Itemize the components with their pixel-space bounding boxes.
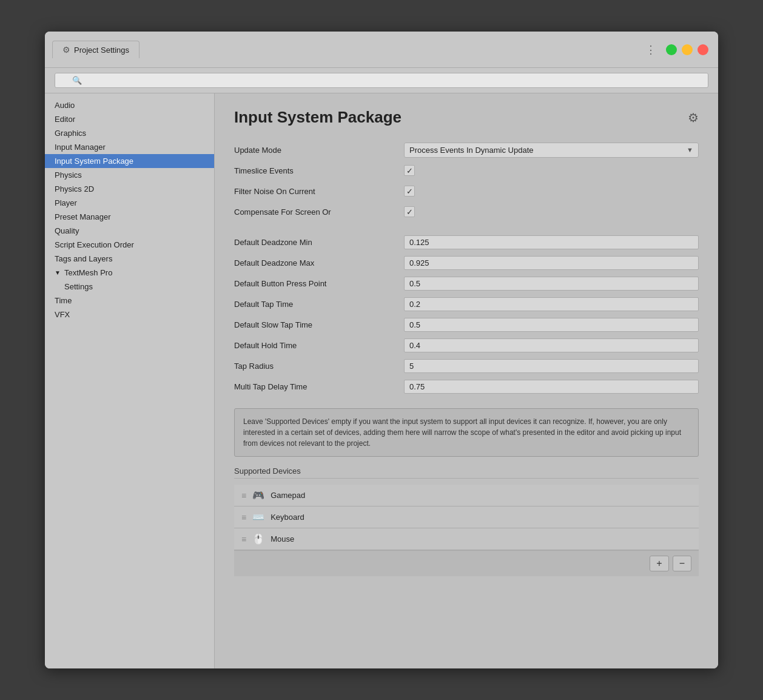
compensate-checkbox[interactable]: ✓ — [404, 206, 415, 217]
info-text: Leave 'Supported Devices' empty if you w… — [243, 417, 681, 448]
minimize-button[interactable] — [682, 44, 693, 55]
sidebar-item-editor[interactable]: Editor — [45, 112, 214, 126]
filter-noise-label: Filter Noise On Current — [234, 187, 404, 196]
update-mode-value: Process Events In Dynamic Update — [409, 146, 533, 155]
close-button[interactable] — [697, 44, 708, 55]
window-controls: ⋮ — [645, 43, 708, 56]
supported-devices-label: Supported Devices — [234, 466, 699, 479]
update-mode-select[interactable]: Process Events In Dynamic Update ▼ — [404, 143, 699, 158]
sidebar-item-label: Preset Manager — [55, 212, 111, 221]
deadzone-max-input[interactable] — [404, 256, 699, 270]
device-list: ≡ 🎮 Gamepad ≡ ⌨️ Keyboard ≡ 🖱️ Mouse — [234, 485, 699, 550]
project-settings-window: ⚙ Project Settings ⋮ 🔍 Audio Editor — [45, 32, 718, 668]
sidebar-item-label: Quality — [55, 226, 79, 235]
device-actions: + − — [234, 550, 699, 576]
title-tab[interactable]: ⚙ Project Settings — [52, 41, 139, 58]
keyboard-icon: ⌨️ — [252, 511, 264, 523]
deadzone-min-field — [404, 235, 699, 249]
hold-time-label: Default Hold Time — [234, 341, 404, 350]
deadzone-max-row: Default Deadzone Max — [234, 254, 699, 271]
sidebar-item-label: VFX — [55, 310, 70, 319]
tap-time-input[interactable] — [404, 297, 699, 311]
search-bar: 🔍 — [45, 68, 718, 93]
sidebar-item-input-manager[interactable]: Input Manager — [45, 140, 214, 154]
sidebar-item-preset-manager[interactable]: Preset Manager — [45, 210, 214, 224]
slow-tap-label: Default Slow Tap Time — [234, 320, 404, 329]
add-device-button[interactable]: + — [650, 556, 668, 571]
sidebar-item-label: Settings — [64, 282, 93, 291]
search-wrapper: 🔍 — [55, 73, 708, 88]
filter-noise-row: Filter Noise On Current ✓ — [234, 183, 699, 200]
deadzone-max-field — [404, 256, 699, 270]
deadzone-min-input[interactable] — [404, 235, 699, 249]
sidebar-item-label: Script Execution Order — [55, 240, 134, 249]
sidebar-item-input-system-package[interactable]: Input System Package — [45, 154, 214, 168]
sidebar-item-audio[interactable]: Audio — [45, 98, 214, 112]
slow-tap-input[interactable] — [404, 318, 699, 332]
sidebar-item-label: TextMesh Pro — [64, 268, 112, 277]
hold-time-row: Default Hold Time — [234, 337, 699, 354]
sidebar-item-label: Player — [55, 198, 77, 207]
tap-radius-label: Tap Radius — [234, 362, 404, 371]
sidebar-item-label: Time — [55, 296, 72, 305]
sidebar-item-physics2d[interactable]: Physics 2D — [45, 182, 214, 196]
deadzone-min-row: Default Deadzone Min — [234, 234, 699, 251]
maximize-button[interactable] — [666, 44, 677, 55]
tap-radius-input[interactable] — [404, 359, 699, 373]
slow-tap-field — [404, 318, 699, 332]
dots-menu[interactable]: ⋮ — [645, 43, 656, 56]
sidebar-item-label: Input System Package — [55, 156, 133, 166]
drag-handle-icon[interactable]: ≡ — [241, 513, 246, 522]
button-press-input[interactable] — [404, 277, 699, 291]
drag-handle-icon[interactable]: ≡ — [241, 491, 246, 500]
device-name: Gamepad — [271, 491, 305, 500]
sidebar-item-quality[interactable]: Quality — [45, 224, 214, 238]
sidebar-item-graphics[interactable]: Graphics — [45, 126, 214, 140]
list-item: ≡ 🖱️ Mouse — [234, 528, 699, 550]
multi-tap-row: Multi Tap Delay Time — [234, 378, 699, 395]
tap-radius-row: Tap Radius — [234, 357, 699, 374]
info-box: Leave 'Supported Devices' empty if you w… — [234, 408, 699, 457]
search-input[interactable] — [55, 73, 708, 88]
sidebar-item-label: Tags and Layers — [55, 254, 112, 263]
sidebar-item-label: Graphics — [55, 129, 86, 138]
button-press-label: Default Button Press Point — [234, 279, 404, 288]
sidebar-item-tags-layers[interactable]: Tags and Layers — [45, 252, 214, 266]
timeslice-checkbox[interactable]: ✓ — [404, 165, 415, 176]
slow-tap-row: Default Slow Tap Time — [234, 316, 699, 333]
sidebar-item-label: Editor — [55, 115, 75, 124]
expand-arrow-icon: ▼ — [55, 269, 61, 276]
filter-noise-checkbox[interactable]: ✓ — [404, 186, 415, 197]
drag-handle-icon[interactable]: ≡ — [241, 534, 246, 544]
button-press-field — [404, 277, 699, 291]
sidebar-item-textmesh[interactable]: ▼ TextMesh Pro — [45, 266, 214, 280]
hold-time-input[interactable] — [404, 338, 699, 352]
timeslice-row: Timeslice Events ✓ — [234, 162, 699, 179]
update-mode-dropdown[interactable]: Process Events In Dynamic Update ▼ — [404, 143, 699, 158]
remove-device-button[interactable]: − — [673, 556, 691, 571]
tap-radius-field — [404, 359, 699, 373]
sidebar: Audio Editor Graphics Input Manager Inpu… — [45, 93, 215, 668]
hold-time-field — [404, 338, 699, 352]
deadzone-max-label: Default Deadzone Max — [234, 258, 404, 268]
multi-tap-input[interactable] — [404, 380, 699, 394]
list-item: ≡ 🎮 Gamepad — [234, 485, 699, 506]
sidebar-item-label: Physics 2D — [55, 184, 94, 194]
sidebar-item-script-execution[interactable]: Script Execution Order — [45, 238, 214, 252]
sidebar-item-time[interactable]: Time — [45, 294, 214, 308]
button-press-row: Default Button Press Point — [234, 275, 699, 292]
multi-tap-label: Multi Tap Delay Time — [234, 382, 404, 391]
content-area: Audio Editor Graphics Input Manager Inpu… — [45, 93, 718, 668]
timeslice-label: Timeslice Events — [234, 166, 404, 175]
chevron-down-icon: ▼ — [687, 146, 693, 153]
compensate-label: Compensate For Screen Or — [234, 207, 404, 217]
panel-header: Input System Package ⚙ — [234, 108, 699, 127]
sidebar-item-physics[interactable]: Physics — [45, 168, 214, 182]
deadzone-min-label: Default Deadzone Min — [234, 238, 404, 247]
panel-gear-icon[interactable]: ⚙ — [688, 110, 699, 125]
sidebar-item-player[interactable]: Player — [45, 196, 214, 210]
list-item: ≡ ⌨️ Keyboard — [234, 506, 699, 528]
sidebar-item-settings[interactable]: Settings — [45, 280, 214, 294]
update-mode-label: Update Mode — [234, 146, 404, 155]
sidebar-item-vfx[interactable]: VFX — [45, 308, 214, 321]
